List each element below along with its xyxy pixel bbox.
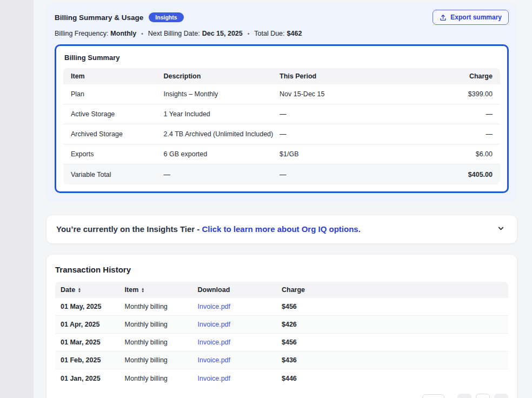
billing-summary-row: Variable Total — — $405.00 — [63, 164, 500, 184]
usage-title-group: Billing Summary & Usage Insights — [55, 12, 184, 23]
billing-summary-row: Archived Storage 2.4 TB Archived (Unlimi… — [63, 124, 500, 144]
billing-meta-item: Billing Frequency: Monthly • — [55, 30, 148, 37]
row-description: Insights – Monthly — [164, 90, 280, 98]
tier-text: You’re currently on the Insights Tier - — [56, 224, 202, 234]
banner-expand-button[interactable] — [495, 222, 507, 236]
sort-icon: ▴▾ — [78, 287, 81, 293]
bullet-separator: • — [141, 31, 143, 37]
row-description: 6 GB exported — [164, 150, 280, 158]
export-summary-label: Export summary — [450, 14, 502, 21]
page-title: Billing Summary & Usage — [55, 14, 143, 22]
tier-banner: You’re currently on the Insights Tier - … — [46, 215, 517, 244]
meta-value: Dec 15, 2025 — [202, 30, 243, 37]
row-description: 2.4 TB Archived (Unlimited Included) — [164, 130, 280, 138]
row-charge: $6.00 — [391, 150, 493, 158]
billing-summary-card: Billing Summary Item Description This Pe… — [55, 44, 509, 193]
org-iq-link[interactable]: Click to learn more about Org IQ options… — [202, 224, 361, 234]
meta-value: $462 — [287, 30, 302, 37]
col-charge: Charge — [282, 286, 503, 294]
billing-page: Billing Summary & Usage Insights Export … — [0, 0, 532, 398]
chevron-down-icon — [497, 224, 505, 234]
billing-meta-item: Total Due: $462 — [254, 30, 311, 37]
col-description: Description — [164, 72, 280, 80]
row-period: — — [280, 110, 391, 118]
row-charge: $405.00 — [391, 171, 493, 178]
billing-meta-item: Next Billing Date: Dec 15, 2025 • — [148, 30, 254, 37]
transaction-header-row: Date ▴▾ Item ▴▾ Download Charge — [55, 282, 508, 298]
invoice-link[interactable]: Invoice.pdf — [198, 356, 230, 364]
invoice-link[interactable]: Invoice.pdf — [198, 303, 230, 310]
row-description: — — [164, 171, 280, 178]
transaction-body: 01 May, 2025 Monthly billing Invoice.pdf… — [55, 298, 508, 387]
billing-meta-row: Billing Frequency: Monthly • Next Billin… — [55, 30, 509, 37]
export-summary-button[interactable]: Export summary — [433, 10, 509, 25]
page-1-button[interactable]: 1 — [476, 394, 490, 398]
tx-item: Monthly billing — [125, 303, 198, 310]
row-period: $1/GB — [280, 150, 391, 158]
invoice-link[interactable]: Invoice.pdf — [198, 375, 230, 382]
transaction-history-title: Transaction History — [55, 265, 508, 274]
page-size-stepper[interactable]: 5 ▴▾ — [422, 394, 444, 398]
row-charge: — — [391, 130, 493, 138]
invoice-link[interactable]: Invoice.pdf — [198, 339, 230, 346]
billing-summary-body: Plan Insights – Monthly Nov 15-Dec 15 $3… — [63, 84, 500, 184]
meta-label: Next Billing Date: — [148, 30, 200, 37]
tx-date: 01 Jan, 2025 — [61, 375, 125, 382]
row-description: 1 Year Included — [164, 110, 280, 118]
billing-summary-row: Active Storage 1 Year Included — — — [63, 104, 500, 124]
sort-icon: ▴▾ — [142, 287, 144, 293]
tx-charge: $436 — [282, 356, 503, 364]
row-item: Plan — [71, 90, 164, 98]
row-item: Exports — [71, 150, 164, 158]
tx-download: Invoice.pdf — [198, 375, 282, 382]
prev-page-button[interactable]: ‹ — [457, 394, 471, 398]
invoice-link[interactable]: Invoice.pdf — [198, 321, 230, 328]
col-item: Item — [71, 72, 164, 80]
bullet-separator: • — [248, 31, 250, 37]
main-content: Billing Summary & Usage Insights Export … — [46, 3, 517, 398]
transaction-table: Date ▴▾ Item ▴▾ Download Charge 01 May — [55, 282, 508, 387]
transaction-row: 01 Mar, 2025 Monthly billing Invoice.pdf… — [55, 334, 508, 351]
tx-item: Monthly billing — [125, 356, 198, 364]
row-period: — — [280, 130, 391, 138]
col-date-sort[interactable]: Date ▴▾ — [61, 286, 125, 294]
tx-charge: $456 — [282, 339, 503, 346]
transaction-row: 01 May, 2025 Monthly billing Invoice.pdf… — [55, 298, 508, 316]
row-period: — — [280, 171, 391, 178]
billing-summary-row: Exports 6 GB exported $1/GB $6.00 — [63, 144, 500, 164]
billing-summary-row: Plan Insights – Monthly Nov 15-Dec 15 $3… — [63, 84, 500, 104]
col-charge: Charge — [391, 72, 493, 80]
tx-item: Monthly billing — [125, 375, 198, 382]
upload-icon — [440, 14, 447, 21]
col-download-label: Download — [198, 286, 230, 294]
tx-date: 01 May, 2025 — [61, 303, 125, 310]
col-item-label: Item — [125, 286, 139, 294]
row-charge: $399.00 — [391, 90, 493, 98]
meta-label: Total Due: — [254, 30, 284, 37]
transaction-row: 01 Jan, 2025 Monthly billing Invoice.pdf… — [55, 369, 508, 387]
billing-usage-card: Billing Summary & Usage Insights Export … — [46, 3, 517, 202]
tx-download: Invoice.pdf — [198, 321, 282, 328]
table-footer: Showing 1 to 10 of 14 entries Display 5 … — [55, 394, 508, 398]
row-item: Variable Total — [71, 171, 164, 178]
col-item-sort[interactable]: Item ▴▾ — [125, 286, 198, 294]
meta-label: Billing Frequency: — [55, 30, 108, 37]
col-date-label: Date — [61, 286, 75, 294]
col-charge-label: Charge — [282, 286, 305, 294]
pagination: ‹ 1 › — [457, 394, 508, 398]
usage-card-header: Billing Summary & Usage Insights Export … — [55, 10, 509, 25]
tx-item: Monthly billing — [125, 339, 198, 346]
tx-charge: $456 — [282, 303, 503, 310]
tx-download: Invoice.pdf — [198, 339, 282, 346]
transaction-history-card: Transaction History Date ▴▾ Item ▴▾ Down… — [46, 254, 517, 398]
tx-date: 01 Mar, 2025 — [61, 339, 125, 346]
next-page-button[interactable]: › — [494, 394, 508, 398]
insights-badge: Insights — [149, 12, 183, 23]
tx-charge: $446 — [282, 375, 503, 382]
tx-charge: $426 — [282, 321, 503, 328]
col-download: Download — [198, 286, 282, 294]
row-item: Archived Storage — [71, 130, 164, 138]
footer-controls: Display 5 ▴▾ ‹ 1 › — [395, 394, 508, 398]
tx-item: Monthly billing — [125, 321, 198, 328]
transaction-row: 01 Apr, 2025 Monthly billing Invoice.pdf… — [55, 316, 508, 334]
